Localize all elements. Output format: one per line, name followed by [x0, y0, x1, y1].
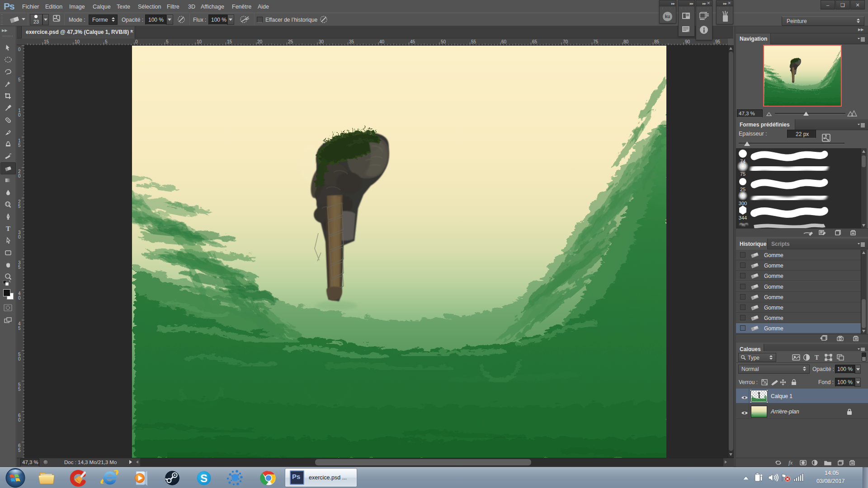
svg-text:5: 5 — [105, 39, 108, 44]
svg-text:20: 20 — [257, 39, 263, 44]
svg-text:5: 5 — [18, 387, 21, 392]
svg-text:90: 90 — [685, 39, 690, 44]
svg-text:S: S — [200, 472, 208, 484]
svg-text:0: 0 — [18, 47, 21, 52]
svg-text:50: 50 — [441, 39, 446, 44]
svg-text:fx: fx — [788, 459, 793, 466]
svg-text:5: 5 — [166, 39, 169, 44]
svg-text:0: 0 — [18, 235, 21, 239]
svg-text:40: 40 — [379, 39, 385, 44]
svg-text:T: T — [6, 225, 10, 232]
svg-text:70: 70 — [563, 39, 568, 44]
svg-text:0: 0 — [18, 113, 21, 117]
svg-text:15: 15 — [227, 39, 232, 44]
svg-text:30: 30 — [319, 39, 324, 44]
svg-text:344: 344 — [739, 215, 747, 221]
svg-text:10: 10 — [197, 39, 202, 44]
svg-text:5: 5 — [18, 448, 21, 453]
svg-text:T: T — [815, 354, 819, 361]
svg-text:95: 95 — [715, 39, 721, 44]
svg-text:15: 15 — [44, 39, 49, 44]
svg-text:0: 0 — [18, 296, 21, 300]
svg-text:85: 85 — [654, 39, 660, 44]
svg-text:75: 75 — [593, 39, 599, 44]
svg-text:0: 0 — [18, 174, 21, 178]
svg-text:5: 5 — [18, 77, 21, 82]
svg-text:300: 300 — [739, 201, 747, 206]
svg-text:60: 60 — [501, 39, 507, 44]
svg-text:55: 55 — [471, 39, 476, 44]
svg-text:5: 5 — [18, 204, 21, 209]
svg-text:65: 65 — [532, 39, 538, 44]
svg-text:5: 5 — [18, 143, 21, 148]
svg-text:0: 0 — [135, 39, 138, 44]
svg-text:75: 75 — [740, 171, 745, 177]
svg-text:80: 80 — [623, 39, 629, 44]
svg-text:5: 5 — [18, 265, 21, 270]
svg-text:0: 0 — [18, 418, 21, 422]
svg-text:5: 5 — [18, 326, 21, 331]
svg-text:35: 35 — [349, 39, 354, 44]
svg-text:10: 10 — [75, 39, 80, 44]
svg-text:0: 0 — [18, 357, 21, 361]
svg-text:45: 45 — [410, 39, 415, 44]
svg-text:25: 25 — [288, 39, 293, 44]
